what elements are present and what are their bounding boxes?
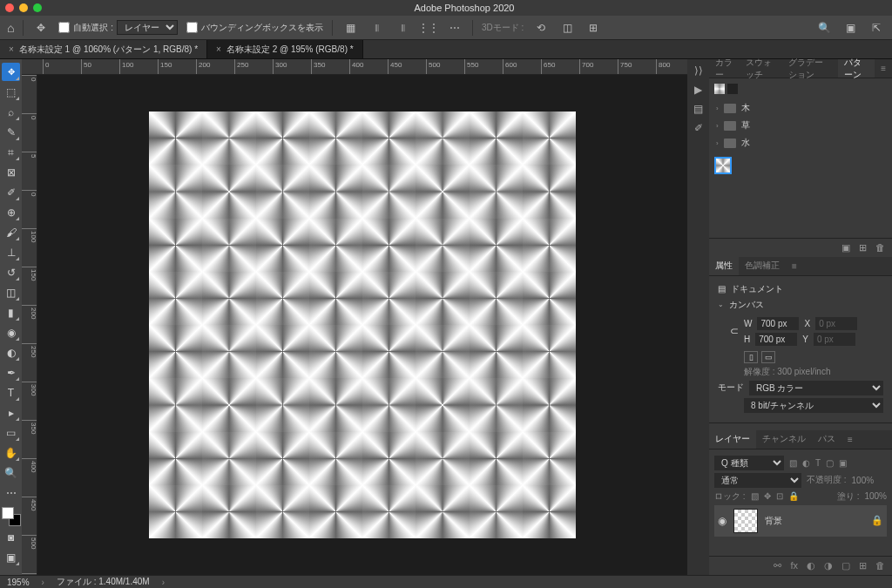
align-center-icon[interactable]: ⫴ [368,19,385,37]
panel-menu-icon[interactable]: ≡ [841,430,859,449]
auto-select-checkbox[interactable] [58,22,70,33]
link-layers-icon[interactable]: ⚯ [774,560,781,571]
zoom-window-icon[interactable] [33,3,42,12]
tab-layers[interactable]: レイヤー [709,430,756,449]
tab-adjustments[interactable]: 色調補正 [739,257,786,275]
group-icon[interactable]: ▢ [841,560,850,571]
tab-color[interactable]: カラー [709,59,740,78]
blend-mode-dropdown[interactable]: 通常 [714,473,801,488]
zoom-tool[interactable]: 🔍 [2,463,20,482]
selected-pattern-thumb[interactable] [714,157,732,174]
search-icon[interactable]: 🔍 [815,19,833,37]
slide-3d-icon[interactable]: ⊞ [585,19,602,37]
link-dimensions-icon[interactable]: ⊂ [730,325,739,337]
pattern-group[interactable]: ›草 [714,117,887,134]
width-field[interactable] [757,317,799,330]
tab-channels[interactable]: チャンネル [756,430,812,449]
filter-smart-icon[interactable]: ▣ [839,458,847,468]
screen-mode-icon[interactable]: ▣ [2,548,20,566]
edit-toolbar[interactable]: ⋯ [2,483,20,502]
bit-depth-dropdown[interactable]: 8 bit/チャンネル [744,398,883,413]
fill-value[interactable]: 100% [864,491,887,501]
stamp-tool[interactable]: ⊥ [2,243,20,261]
pattern-group[interactable]: ›水 [714,134,887,152]
lock-artboard-icon[interactable]: ⊡ [776,491,783,501]
lock-pixels-icon[interactable]: ▧ [751,491,759,501]
history-brush-tool[interactable]: ↺ [2,263,20,281]
eyedropper-tool[interactable]: ✐ [2,183,20,201]
more-align-icon[interactable]: ⋯ [446,19,463,37]
lock-all-icon[interactable]: 🔒 [788,491,799,501]
panel-menu-icon[interactable]: ≡ [875,59,892,78]
play-icon[interactable]: ▶ [694,84,702,96]
color-swatches[interactable] [2,507,21,526]
filter-pixel-icon[interactable]: ▧ [789,458,797,468]
marquee-tool[interactable]: ⬚ [2,83,20,101]
layer-row[interactable]: ◉ 背景 🔒 [714,505,887,537]
ruler-vertical[interactable]: 0050100150200250300350400450500550 [22,75,37,575]
crop-tool[interactable]: ⌗ [2,143,20,161]
adjustment-layer-icon[interactable]: ◑ [824,560,833,571]
x-field[interactable] [815,317,857,330]
delete-preset-icon[interactable]: 🗑 [875,242,885,253]
path-select-tool[interactable]: ▸ [2,403,20,422]
tab-swatch[interactable]: スウォッチ [740,59,782,78]
dodge-tool[interactable]: ◐ [2,343,20,362]
y-field[interactable] [814,333,855,346]
distribute-icon[interactable]: ⋮⋮ [420,19,437,37]
layer-mask-icon[interactable]: ◐ [807,560,815,571]
file-size[interactable]: ファイル : 1.40M/1.40M [57,576,150,588]
gradient-tool[interactable]: ▮ [2,303,20,321]
layer-name[interactable]: 背景 [765,515,782,527]
layer-filter-dropdown[interactable]: Q 種類 [714,456,784,470]
filter-shape-icon[interactable]: ▢ [826,458,834,468]
shape-tool[interactable]: ▭ [2,423,20,442]
bbox-checkbox[interactable] [186,22,198,33]
pattern-group[interactable]: ›木 [714,99,887,117]
filter-type-icon[interactable]: T [815,458,821,468]
document-tab[interactable]: × 名称未設定 2 @ 195% (RGB/8) * [207,40,363,58]
minimize-window-icon[interactable] [19,3,28,12]
brush-tool[interactable]: 🖌 [2,223,20,241]
orbit-3d-icon[interactable]: ⟲ [532,19,550,37]
auto-select-dropdown[interactable]: レイヤー [117,20,178,35]
brush-settings-icon[interactable]: ✐ [694,122,703,134]
move-tool[interactable]: ✥ [2,63,20,81]
canvas-viewport[interactable] [37,75,687,575]
close-window-icon[interactable] [5,3,14,12]
ruler-horizontal[interactable]: 0501001502002503003504004505005506006507… [22,59,687,75]
layer-fx-icon[interactable]: fx [790,560,798,571]
portrait-icon[interactable]: ▯ [744,351,758,363]
eraser-tool[interactable]: ◫ [2,283,20,301]
save-preset-icon[interactable]: ▣ [841,242,850,253]
workspace-icon[interactable]: ▣ [841,19,859,37]
document-tab[interactable]: × 名称未設定 1 @ 1060% (パターン 1, RGB/8) * [0,40,207,58]
tab-pattern[interactable]: パターン [838,59,875,78]
new-preset-icon[interactable]: ⊞ [859,242,867,253]
opacity-value[interactable]: 100% [852,476,875,485]
lasso-tool[interactable]: ⌕ [2,103,20,121]
blur-tool[interactable]: ◉ [2,323,20,341]
lock-position-icon[interactable]: ✥ [764,491,771,501]
type-tool[interactable]: T [2,383,20,402]
landscape-icon[interactable]: ▭ [761,351,775,363]
frame-tool[interactable]: ⊠ [2,163,20,181]
panel-menu-icon[interactable]: ≡ [786,257,803,275]
fg-color-swatch[interactable] [2,507,14,519]
zoom-level[interactable]: 195% [7,578,30,587]
new-layer-icon[interactable]: ⊞ [859,560,867,571]
home-icon[interactable]: ⌂ [7,21,14,35]
delete-layer-icon[interactable]: 🗑 [875,560,885,571]
pan-3d-icon[interactable]: ◫ [558,19,576,37]
close-tab-icon[interactable]: × [9,44,14,54]
filter-adjust-icon[interactable]: ◐ [802,458,810,468]
pen-tool[interactable]: ✒ [2,363,20,382]
close-tab-icon[interactable]: × [216,44,221,54]
visibility-icon[interactable]: ◉ [718,515,726,527]
hand-tool[interactable]: ✋ [2,443,20,462]
document-canvas[interactable] [149,112,576,538]
expand-strip-icon[interactable]: ⟩⟩ [694,64,703,77]
color-mode-dropdown[interactable]: RGB カラー [749,381,883,395]
healing-tool[interactable]: ⊕ [2,203,20,221]
align-left-icon[interactable]: ▦ [341,19,359,37]
